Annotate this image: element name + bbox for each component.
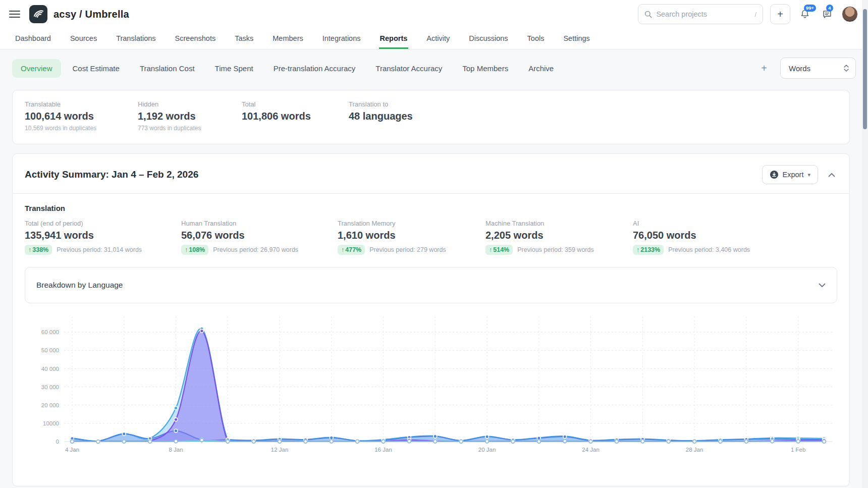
messages-badge: 4 xyxy=(826,5,833,12)
previous-period: Previous period: 3,406 words xyxy=(668,246,750,253)
search-shortcut-hint: / xyxy=(754,11,756,18)
subtab-top-members[interactable]: Top Members xyxy=(454,59,517,78)
stat-translation-to: Translation to 48 languages xyxy=(349,100,413,132)
trend-badge: ↑108% xyxy=(181,245,208,255)
metric-label: Total (end of period) xyxy=(25,220,181,227)
svg-text:1 Feb: 1 Feb xyxy=(791,447,805,453)
trend-up-icon: ↑ xyxy=(489,246,492,253)
tab-activity[interactable]: Activity xyxy=(425,28,451,49)
export-button[interactable]: Export ▾ xyxy=(762,165,818,184)
metric-machine-translation: Machine Translation 2,205 words ↑514% Pr… xyxy=(485,220,633,255)
user-avatar[interactable] xyxy=(842,6,858,22)
tab-integrations[interactable]: Integrations xyxy=(321,28,362,49)
add-report-button[interactable]: + xyxy=(757,61,771,76)
stat-label: Total xyxy=(242,100,349,108)
units-select-value: Words xyxy=(789,64,810,73)
svg-text:8 Jan: 8 Jan xyxy=(169,447,183,453)
caret-down-icon: ▾ xyxy=(807,172,810,178)
logo-glyph xyxy=(32,8,44,20)
search-input[interactable] xyxy=(656,10,750,18)
notifications-button[interactable]: 99+ xyxy=(797,7,812,22)
subtab-archive[interactable]: Archive xyxy=(520,59,562,78)
stat-value: 1,192 words xyxy=(138,111,242,122)
create-project-button[interactable]: + xyxy=(770,4,790,24)
project-logo[interactable] xyxy=(29,5,47,23)
breakdown-by-language-toggle[interactable]: Breakdown by Language xyxy=(25,267,837,303)
export-label: Export xyxy=(783,171,804,179)
tab-translations[interactable]: Translations xyxy=(115,28,156,49)
stat-label: Hidden xyxy=(138,100,242,108)
scrollbar-thumb[interactable] xyxy=(863,9,867,129)
search-icon xyxy=(644,10,652,19)
notifications-badge: 99+ xyxy=(804,5,816,12)
tab-members[interactable]: Members xyxy=(272,28,304,49)
trend-badge: ↑2133% xyxy=(633,245,664,255)
tab-tools[interactable]: Tools xyxy=(526,28,546,49)
tab-settings[interactable]: Settings xyxy=(562,28,590,49)
activity-line-chart[interactable]: 01000020 00030 00040 00050 00060 0004 Ja… xyxy=(25,311,838,473)
metric-human-translation: Human Translation 56,076 words ↑108% Pre… xyxy=(181,220,338,255)
download-icon xyxy=(770,170,779,179)
tab-dashboard[interactable]: Dashboard xyxy=(14,28,52,49)
words-summary-card: Translatable 100,614 words 10,569 words … xyxy=(12,90,850,144)
subtab-translation-cost[interactable]: Translation Cost xyxy=(131,59,203,78)
svg-text:16 Jan: 16 Jan xyxy=(374,447,392,453)
trend-badge: ↑514% xyxy=(485,245,513,255)
page-scrollbar[interactable] xyxy=(862,0,868,488)
translation-section-title: Translation xyxy=(13,194,849,220)
tab-screenshots[interactable]: Screenshots xyxy=(174,28,217,49)
tab-discussions[interactable]: Discussions xyxy=(468,28,509,49)
subtab-cost-estimate[interactable]: Cost Estimate xyxy=(64,59,128,78)
messages-button[interactable]: 4 xyxy=(820,7,835,22)
svg-text:20 000: 20 000 xyxy=(41,402,59,408)
trend-up-icon: ↑ xyxy=(28,246,31,253)
tab-sources[interactable]: Sources xyxy=(69,28,98,49)
translation-metrics-row: Total (end of period) 135,941 words ↑338… xyxy=(13,220,849,255)
menu-icon[interactable] xyxy=(9,11,20,18)
metric-label: Translation Memory xyxy=(338,220,485,227)
project-nav: Dashboard Sources Translations Screensho… xyxy=(0,28,868,49)
svg-text:28 Jan: 28 Jan xyxy=(686,447,703,453)
stat-label: Translatable xyxy=(25,100,138,108)
activity-chart: 01000020 00030 00040 00050 00060 0004 Ja… xyxy=(13,303,849,475)
stat-note: 773 words in duplicates xyxy=(138,125,242,132)
subtab-time-spent[interactable]: Time Spent xyxy=(206,59,262,78)
page-title: acsy / Umbrella xyxy=(53,9,129,20)
metric-value: 1,610 words xyxy=(338,230,485,241)
svg-text:60 000: 60 000 xyxy=(41,329,59,335)
stat-value: 48 languages xyxy=(349,111,413,122)
tab-tasks[interactable]: Tasks xyxy=(234,28,254,49)
metric-label: AI xyxy=(633,220,750,227)
metric-label: Machine Translation xyxy=(485,220,633,227)
collapse-section-button[interactable] xyxy=(826,168,837,181)
trend-up-icon: ↑ xyxy=(185,246,188,253)
search-box[interactable]: / xyxy=(638,4,763,24)
subtab-translator-accuracy[interactable]: Translator Accuracy xyxy=(367,59,451,78)
subtab-pretranslation-accuracy[interactable]: Pre-translation Accuracy xyxy=(265,59,364,78)
reports-subnav: Overview Cost Estimate Translation Cost … xyxy=(0,49,868,79)
units-select[interactable]: Words xyxy=(780,58,856,79)
stat-value: 100,614 words xyxy=(25,111,138,122)
trend-badge: ↑477% xyxy=(338,245,365,255)
svg-text:12 Jan: 12 Jan xyxy=(271,447,289,453)
svg-text:40 000: 40 000 xyxy=(41,366,59,372)
svg-text:20 Jan: 20 Jan xyxy=(478,447,496,453)
svg-text:4 Jan: 4 Jan xyxy=(65,447,79,453)
stat-hidden: Hidden 1,192 words 773 words in duplicat… xyxy=(138,100,242,132)
previous-period: Previous period: 359 words xyxy=(517,246,593,253)
activity-summary-card: Activity Summary: Jan 4 – Feb 2, 2026 Ex… xyxy=(12,153,850,486)
previous-period: Previous period: 31,014 words xyxy=(57,246,142,253)
svg-text:24 Jan: 24 Jan xyxy=(582,447,600,453)
chevrons-up-down-icon xyxy=(843,64,849,72)
tab-reports[interactable]: Reports xyxy=(379,28,409,49)
metric-translation-memory: Translation Memory 1,610 words ↑477% Pre… xyxy=(338,220,485,255)
svg-text:30 000: 30 000 xyxy=(41,384,59,390)
trend-badge: ↑338% xyxy=(25,245,52,255)
subtab-overview[interactable]: Overview xyxy=(12,59,61,78)
metric-total: Total (end of period) 135,941 words ↑338… xyxy=(25,220,181,255)
chevron-up-icon xyxy=(828,173,835,177)
svg-text:0: 0 xyxy=(56,439,59,445)
stat-label: Translation to xyxy=(349,100,413,108)
top-bar: acsy / Umbrella / + 99+ 4 xyxy=(0,0,868,28)
previous-period: Previous period: 26,970 words xyxy=(213,246,298,253)
